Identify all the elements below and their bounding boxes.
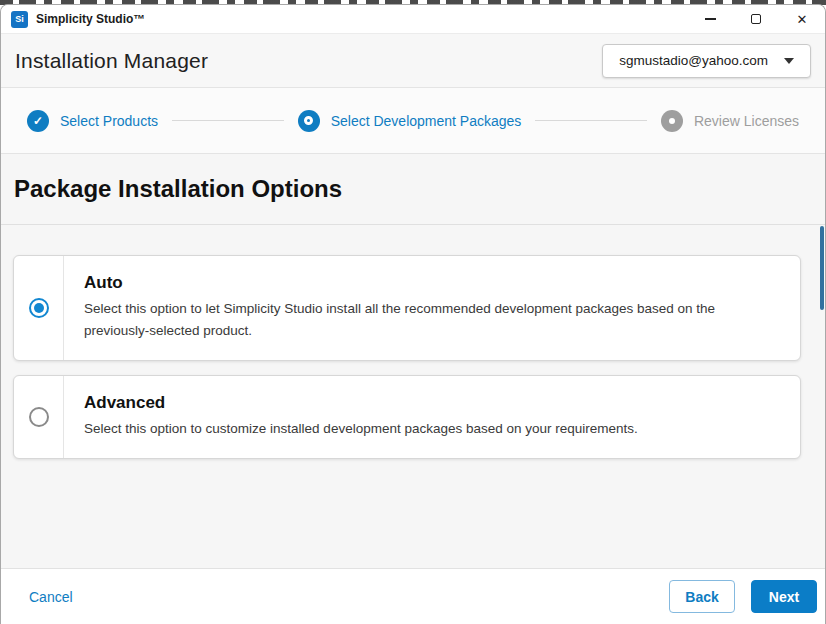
minimize-button[interactable] (687, 5, 733, 33)
step-connector (172, 120, 284, 121)
step-label: Select Development Packages (331, 113, 522, 129)
content-area: Auto Select this option to let Simplicit… (1, 225, 825, 568)
maximize-button[interactable] (733, 5, 779, 33)
step-select-products[interactable]: ✓ Select Products (27, 110, 158, 132)
app-title: Simplicity Studio™ (36, 12, 145, 26)
step-label: Review Licenses (694, 113, 799, 129)
close-button[interactable]: ✕ (779, 5, 825, 33)
title-bar: Si Simplicity Studio™ ✕ (1, 5, 825, 34)
footer: Cancel Back Next (1, 568, 825, 624)
option-title: Advanced (84, 393, 638, 413)
wizard-stepper: ✓ Select Products Select Development Pac… (1, 88, 825, 154)
cancel-button[interactable]: Cancel (29, 589, 73, 605)
radio-auto[interactable] (29, 298, 49, 318)
app-window: Si Simplicity Studio™ ✕ Installation Man… (0, 4, 826, 624)
page-title: Package Installation Options (14, 175, 342, 203)
step-review-licenses[interactable]: Review Licenses (661, 110, 799, 132)
chevron-down-icon (784, 58, 794, 64)
option-description: Select this option to let Simplicity Stu… (84, 298, 780, 342)
option-body: Advanced Select this option to customize… (64, 376, 658, 458)
maximize-icon (751, 14, 761, 24)
window-controls: ✕ (687, 5, 825, 33)
step-select-development-packages[interactable]: Select Development Packages (298, 110, 522, 132)
step-completed-icon: ✓ (27, 110, 49, 132)
section-title-bar: Package Installation Options (1, 154, 825, 225)
option-body: Auto Select this option to let Simplicit… (64, 256, 800, 360)
step-upcoming-icon (661, 110, 683, 132)
header: Installation Manager sgmustadio@yahoo.co… (1, 34, 825, 88)
back-button[interactable]: Back (669, 580, 735, 613)
minimize-icon (705, 18, 716, 20)
option-card-auto[interactable]: Auto Select this option to let Simplicit… (13, 255, 801, 361)
radio-rail (14, 256, 64, 360)
account-email: sgmustadio@yahoo.com (619, 53, 768, 68)
option-card-advanced[interactable]: Advanced Select this option to customize… (13, 375, 801, 459)
option-title: Auto (84, 273, 780, 293)
step-connector (535, 120, 647, 121)
option-description: Select this option to customize installe… (84, 418, 638, 440)
page-header-title: Installation Manager (15, 49, 208, 73)
close-icon: ✕ (797, 13, 808, 26)
step-label: Select Products (60, 113, 158, 129)
step-active-icon (298, 110, 320, 132)
scrollbar-thumb[interactable] (820, 226, 824, 310)
radio-rail (14, 376, 64, 458)
next-button[interactable]: Next (751, 580, 817, 613)
app-logo-icon: Si (11, 11, 28, 28)
account-dropdown[interactable]: sgmustadio@yahoo.com (602, 44, 811, 78)
radio-advanced[interactable] (29, 407, 49, 427)
